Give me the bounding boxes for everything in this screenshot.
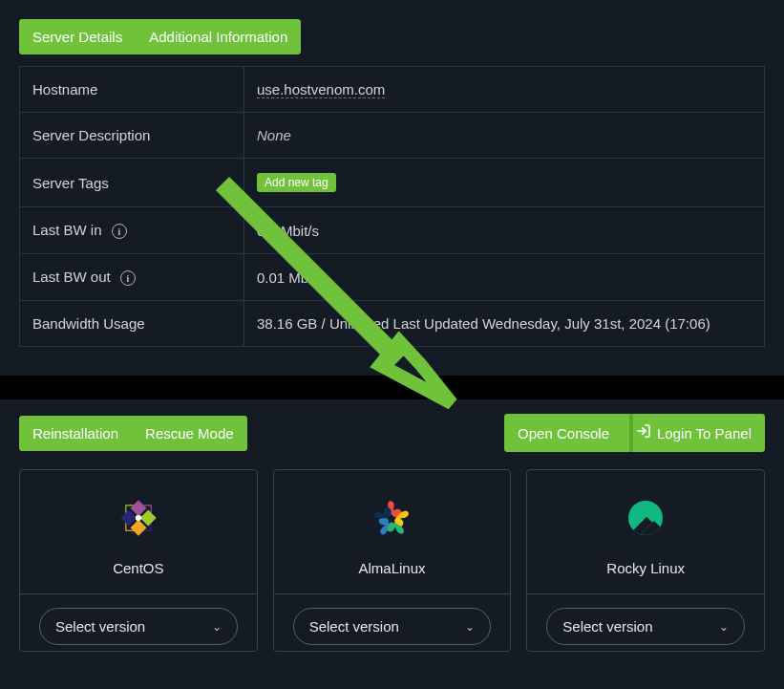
almalinux-icon <box>363 489 420 547</box>
os-card-almalinux[interactable]: AlmaLinux Select version ⌄ <box>273 469 512 652</box>
description-label: Server Description <box>20 113 244 159</box>
add-tag-button[interactable]: Add new tag <box>257 173 336 192</box>
svg-rect-5 <box>130 500 146 516</box>
os-name: CentOS <box>113 560 163 576</box>
os-card-centos[interactable]: CentOS Select version ⌄ <box>19 469 258 652</box>
bw-out-label-cell: Last BW out i <box>20 254 244 301</box>
open-console-button[interactable]: Open Console <box>504 414 623 452</box>
svg-point-9 <box>136 515 141 521</box>
table-row: Server Description None <box>20 113 765 159</box>
tab-server-details[interactable]: Server Details <box>19 19 136 54</box>
centos-icon <box>110 489 167 547</box>
os-name: Rocky Linux <box>606 560 685 576</box>
table-row: Last BW in i 0.0 Mbit/s <box>20 207 765 254</box>
tab-additional-information[interactable]: Additional Information <box>136 19 301 54</box>
tags-label: Server Tags <box>20 159 244 207</box>
hostname-value-cell: use.hostvenom.com <box>244 67 765 113</box>
bw-in-value: 0.0 Mbit/s <box>244 207 765 254</box>
bw-in-label-cell: Last BW in i <box>20 207 244 254</box>
os-grid: CentOS Select version ⌄ <box>19 469 765 652</box>
login-icon <box>636 423 651 442</box>
hostname-link[interactable]: use.hostvenom.com <box>257 81 385 98</box>
tags-value: Add new tag <box>244 159 765 207</box>
table-row: Last BW out i 0.01 Mbit/s <box>20 254 765 301</box>
chevron-down-icon: ⌄ <box>719 620 729 634</box>
bw-in-label: Last BW in <box>32 222 102 238</box>
bw-usage-value: 38.16 GB / Unlimited Last Updated Wednes… <box>244 301 765 347</box>
reinstallation-button[interactable]: Reinstallation <box>19 416 132 451</box>
os-name: AlmaLinux <box>358 560 425 576</box>
action-row: Reinstallation Rescue Mode Open Console … <box>19 414 765 452</box>
section-divider <box>0 376 784 399</box>
version-select-almalinux[interactable]: Select version ⌄ <box>293 608 492 645</box>
chevron-down-icon: ⌄ <box>212 620 222 634</box>
os-card-rockylinux[interactable]: Rocky Linux Select version ⌄ <box>526 469 765 652</box>
chevron-down-icon: ⌄ <box>465 620 475 634</box>
svg-rect-8 <box>130 520 146 536</box>
version-select-centos[interactable]: Select version ⌄ <box>39 608 238 645</box>
table-row: Hostname use.hostvenom.com <box>20 67 765 113</box>
details-tab-group: Server Details Additional Information <box>19 19 301 54</box>
rescue-mode-button[interactable]: Rescue Mode <box>132 416 247 451</box>
rockylinux-icon <box>617 489 674 547</box>
table-row: Bandwidth Usage 38.16 GB / Unlimited Las… <box>20 301 765 347</box>
bw-out-label: Last BW out <box>32 269 111 285</box>
table-row: Server Tags Add new tag <box>20 159 765 207</box>
bw-usage-label: Bandwidth Usage <box>20 301 244 347</box>
version-select-rockylinux[interactable]: Select version ⌄ <box>546 608 745 645</box>
server-details-table: Hostname use.hostvenom.com Server Descri… <box>19 66 765 347</box>
info-icon[interactable]: i <box>112 224 127 239</box>
action-left-group: Reinstallation Rescue Mode <box>19 416 247 451</box>
hostname-label: Hostname <box>20 67 244 113</box>
description-value: None <box>244 113 765 159</box>
info-icon[interactable]: i <box>120 270 136 286</box>
action-right-group: Open Console Login To Panel <box>504 414 765 452</box>
bw-out-value: 0.01 Mbit/s <box>244 254 765 301</box>
login-to-panel-button[interactable]: Login To Panel <box>623 414 765 452</box>
